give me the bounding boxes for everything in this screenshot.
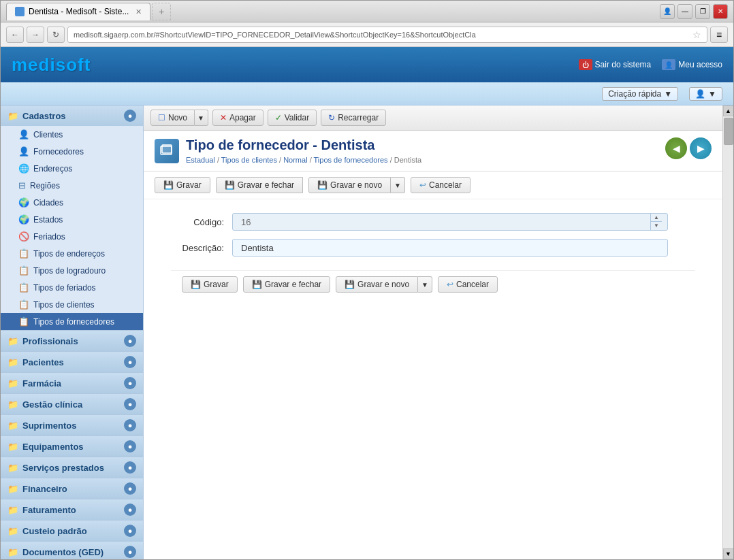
sidebar-item-tipos-feriados[interactable]: 📋 Tipos de feriados (1, 279, 143, 296)
restore-button[interactable]: ❐ (695, 4, 710, 19)
scroll-up-button[interactable]: ▲ (723, 105, 734, 116)
sidebar-item-label: Endereços (33, 164, 72, 174)
my-access-button[interactable]: 👤 Meu acesso (662, 59, 722, 70)
sidebar-item-regioes[interactable]: ⊟ Regiões (1, 177, 143, 194)
scroll-down-button[interactable]: ▼ (723, 548, 734, 559)
sidebar-custeio-header[interactable]: 📁 Custeio padrão ● (1, 521, 143, 541)
gravar-novo-button-bottom[interactable]: 💾 Gravar e novo (336, 276, 418, 293)
sidebar-cadastros-header[interactable]: 📁 Cadastros ● (1, 105, 143, 126)
cancelar-button-bottom[interactable]: ↩ Cancelar (438, 276, 498, 293)
gravar-novo-dropdown-top[interactable]: ▼ (391, 177, 405, 193)
sidebar-item-label: Tipos de clientes (33, 300, 95, 310)
header-actions: ⏻ Sair do sistema 👤 Meu acesso (579, 59, 722, 70)
prev-record-button[interactable]: ◀ (665, 137, 687, 159)
browser-tab[interactable]: Dentista - Medisoft - Siste... ✕ (6, 3, 150, 20)
new-tab-button[interactable]: + (152, 3, 171, 20)
custeio-expand-button[interactable]: ● (124, 525, 136, 537)
descricao-input[interactable] (238, 243, 662, 253)
breadcrumb-tipos-fornecedores[interactable]: Tipos de fornecedores (314, 156, 388, 164)
codigo-down-icon[interactable]: ▼ (651, 222, 662, 229)
documentos-expand-button[interactable]: ● (124, 546, 136, 558)
gravar-novo-dropdown-bottom[interactable]: ▼ (418, 276, 432, 293)
sidebar-item-tipos-fornecedores[interactable]: 📋 Tipos de fornecedores (1, 313, 143, 330)
clientes-icon: 👤 (18, 129, 29, 139)
sidebar-expand-button[interactable]: ● (124, 110, 136, 122)
sidebar-farmacia-section: 📁 Farmácia ● (1, 373, 143, 394)
sidebar-pacientes-section: 📁 Pacientes ● (1, 352, 143, 373)
profissionais-expand-button[interactable]: ● (124, 335, 136, 347)
sidebar-item-fornecedores[interactable]: 👤 Fornecedores (1, 143, 143, 160)
sidebar-item-enderecos[interactable]: 🌐 Endereços (1, 160, 143, 177)
quick-create-button[interactable]: Criação rápida ▼ (602, 87, 678, 101)
sidebar-profissionais-header[interactable]: 📁 Profissionais ● (1, 331, 143, 351)
tipos-logradouro-icon: 📋 (18, 265, 29, 276)
sidebar-item-label: Cidades (33, 198, 63, 208)
suprimentos-expand-button[interactable]: ● (124, 419, 136, 431)
apagar-label: Apagar (229, 113, 256, 122)
sidebar-item-tipos-enderecos[interactable]: 📋 Tipos de endereços (1, 245, 143, 262)
codigo-up-icon[interactable]: ▲ (651, 214, 662, 222)
logout-button[interactable]: ⏻ Sair do sistema (579, 59, 652, 70)
tab-bar: Dentista - Medisoft - Siste... ✕ + (6, 3, 660, 20)
novo-label: Novo (168, 113, 187, 122)
financeiro-expand-button[interactable]: ● (124, 482, 136, 495)
gestao-folder-icon: 📁 (7, 399, 18, 410)
scroll-thumb[interactable] (724, 118, 733, 145)
novo-button[interactable]: ☐ Novo (150, 110, 195, 126)
gravar-novo-button-top[interactable]: 💾 Gravar e novo (308, 177, 391, 193)
refresh-button[interactable]: ↻ (47, 27, 65, 43)
farmacia-folder-icon: 📁 (7, 378, 18, 389)
sidebar-documentos-header[interactable]: 📁 Documentos (GED) ● (1, 542, 143, 559)
next-record-button[interactable]: ▶ (690, 137, 712, 159)
servicos-expand-button[interactable]: ● (124, 461, 136, 474)
gestao-expand-button[interactable]: ● (124, 398, 136, 410)
address-bar[interactable]: medisoft.sigaerp.com.br/#ShortcutViewID=… (67, 27, 707, 43)
sidebar-suprimentos-header[interactable]: 📁 Suprimentos ● (1, 415, 143, 435)
browser-menu-button[interactable]: ≡ (710, 27, 728, 43)
sidebar-item-estados[interactable]: 🌍 Estados (1, 211, 143, 228)
sidebar-farmacia-header[interactable]: 📁 Farmácia ● (1, 373, 143, 393)
sidebar-item-clientes[interactable]: 👤 Clientes (1, 126, 143, 143)
action-buttons-top: 💾 Gravar 💾 Gravar e fechar 💾 Gravar e no… (144, 171, 722, 199)
sidebar-item-feriados[interactable]: 🚫 Feriados (1, 228, 143, 245)
gravar-novo-arrow-icon-top: ▼ (394, 182, 401, 189)
gravar-fechar-button-bottom[interactable]: 💾 Gravar e fechar (243, 276, 330, 293)
bookmark-icon[interactable]: ☆ (692, 29, 701, 40)
forward-button[interactable]: → (27, 27, 44, 43)
equipamentos-expand-button[interactable]: ● (124, 440, 136, 452)
gravar-fechar-button-top[interactable]: 💾 Gravar e fechar (216, 177, 303, 193)
codigo-input[interactable] (238, 217, 650, 227)
sidebar-item-tipos-logradouro[interactable]: 📋 Tipos de logradouro (1, 262, 143, 279)
gravar-button-top[interactable]: 💾 Gravar (155, 177, 210, 193)
gravar-button-bottom[interactable]: 💾 Gravar (182, 276, 238, 293)
breadcrumb-normal[interactable]: Normal (283, 156, 307, 164)
cancelar-icon-top: ↩ (419, 180, 426, 190)
sidebar-gestao-header[interactable]: 📁 Gestão clínica ● (1, 394, 143, 414)
svg-rect-1 (162, 145, 172, 153)
user-menu-button[interactable]: 👤 ▼ (689, 87, 722, 101)
minimize-button[interactable]: — (677, 4, 692, 19)
novo-dropdown-button[interactable]: ▼ (195, 110, 208, 126)
validar-button[interactable]: ✓ Validar (268, 110, 317, 126)
faturamento-expand-button[interactable]: ● (124, 504, 136, 516)
close-button[interactable]: ✕ (713, 4, 728, 19)
back-button[interactable]: ← (6, 27, 24, 43)
sidebar-equipamentos-header[interactable]: 📁 Equipamentos ● (1, 436, 143, 457)
cancelar-button-top[interactable]: ↩ Cancelar (411, 177, 470, 193)
sidebar-faturamento-header[interactable]: 📁 Faturamento ● (1, 499, 143, 520)
tab-close-icon[interactable]: ✕ (135, 7, 142, 16)
breadcrumb-estadual[interactable]: Estadual (186, 156, 215, 164)
breadcrumb-tipos-clientes[interactable]: Tipos de clientes (221, 156, 277, 164)
sidebar-servicos-header[interactable]: 📁 Serviços prestados ● (1, 457, 143, 478)
farmacia-expand-button[interactable]: ● (124, 377, 136, 389)
sidebar-item-cidades[interactable]: 🌍 Cidades (1, 194, 143, 211)
pacientes-expand-button[interactable]: ● (124, 356, 136, 368)
apagar-button[interactable]: ✕ Apagar (212, 110, 264, 126)
user-icon-btn[interactable]: 👤 (660, 4, 675, 19)
sidebar-item-tipos-clientes[interactable]: 📋 Tipos de clientes (1, 296, 143, 313)
recarregar-button[interactable]: ↻ Recarregar (321, 110, 386, 126)
sidebar-financeiro-header[interactable]: 📁 Financeiro ● (1, 478, 143, 499)
codigo-spinner[interactable]: ▲ ▼ (650, 214, 662, 230)
scrollbar[interactable]: ▲ ▼ (722, 105, 733, 559)
sidebar-pacientes-header[interactable]: 📁 Pacientes ● (1, 352, 143, 372)
